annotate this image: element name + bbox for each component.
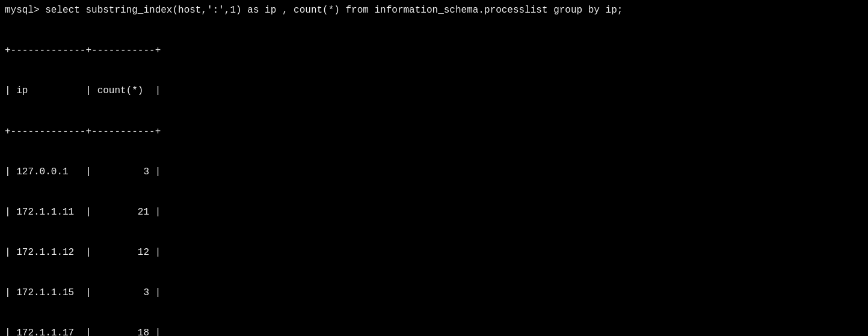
row-2: | 172.1.1.11 | 21 | [5, 206, 863, 219]
prompt-label: mysql> [5, 4, 45, 17]
row-5: | 172.1.1.17 | 18 | [5, 326, 863, 336]
row-3: | 172.1.1.12 | 12 | [5, 246, 863, 259]
table-header: | ip | count(*) | [5, 84, 863, 97]
command-line: mysql> select substring_index(host,':',1… [5, 4, 863, 17]
row-4: | 172.1.1.15 | 3 | [5, 286, 863, 299]
command-text: select substring_index(host,':',1) as ip… [45, 4, 623, 17]
row-1: | 127.0.0.1 | 3 | [5, 165, 863, 179]
table-output: +-------------+-----------+ | ip | count… [5, 17, 863, 336]
separator-top: +-------------+-----------+ [5, 44, 863, 57]
terminal: mysql> select substring_index(host,':',1… [0, 0, 868, 336]
separator-mid: +-------------+-----------+ [5, 125, 863, 138]
